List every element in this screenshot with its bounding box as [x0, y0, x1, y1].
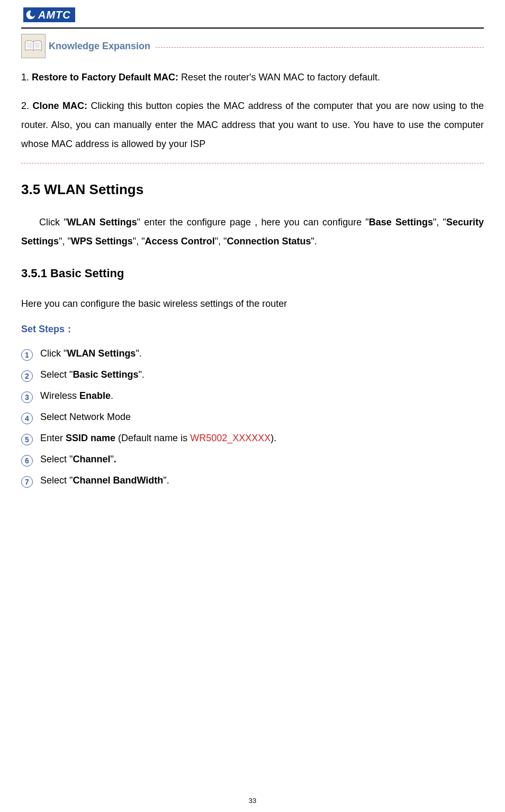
step-6: Select "Channel".	[21, 449, 484, 470]
step-2: Select "Basic Settings".	[21, 364, 484, 385]
ke-item-1-bold: Restore to Factory Default MAC:	[32, 72, 178, 83]
document-page: AMTC Knowledge Expansion 1. Restore to F…	[0, 0, 505, 812]
ke-item-1-rest: Reset the router's WAN MAC to factory de…	[178, 72, 380, 83]
wlan-settings-term: WLAN Settings	[67, 217, 137, 227]
t: ".	[138, 369, 144, 380]
t: Wireless	[40, 390, 79, 401]
t: ", "	[433, 217, 446, 227]
step-4: Select Network Mode	[21, 406, 484, 427]
knowledge-expansion-row: Knowledge Expansion	[21, 34, 484, 58]
step-5: Enter SSID name (Default name is WR5002_…	[21, 427, 484, 449]
ssid-name-term: SSID name	[66, 433, 115, 443]
swirl-icon	[25, 10, 36, 20]
t: ", "	[215, 236, 227, 247]
t: .	[114, 454, 116, 464]
ke-item-2-bold: Clone MAC:	[33, 101, 88, 111]
t: ".	[163, 475, 169, 486]
dashed-divider-full	[21, 163, 484, 163]
dashed-divider	[156, 47, 484, 48]
step-3: Wireless Enable.	[21, 385, 484, 406]
wlan-settings-term: WLAN Settings	[67, 348, 136, 359]
book-icon	[21, 34, 46, 58]
t: (Default name is	[115, 433, 190, 443]
default-ssid-value: WR5002_XXXXXX	[190, 433, 270, 443]
access-control-term: Access Control	[145, 236, 215, 247]
t: Select Network Mode	[40, 406, 131, 427]
t: " enter the configure page , here you ca…	[137, 217, 369, 227]
t: ", "	[133, 236, 145, 247]
section-3-5-intro: Click "WLAN Settings" enter the configur…	[21, 213, 484, 251]
t: ", "	[59, 236, 71, 247]
header-divider	[21, 28, 484, 29]
ke-item-1: 1. Restore to Factory Default MAC: Reset…	[21, 68, 484, 87]
ke-item-2: 2. Clone MAC: Clicking this button copie…	[21, 96, 484, 153]
logo-text: AMTC	[38, 9, 71, 21]
channel-term: Channel	[73, 454, 110, 464]
page-number: 33	[0, 797, 505, 805]
step-7: Select "Channel BandWidth".	[21, 470, 484, 491]
t: ".	[136, 348, 141, 359]
wps-settings-term: WPS Settings	[71, 236, 133, 247]
ke-item-2-rest: Clicking this button copies the MAC addr…	[21, 101, 484, 149]
enable-term: Enable	[79, 390, 111, 401]
channel-bandwidth-term: Channel BandWidth	[73, 475, 163, 486]
ke-item-1-num: 1.	[21, 72, 32, 83]
logo-header: AMTC	[21, 5, 484, 24]
section-3-5-1-intro: Here you can configure the basic wireles…	[21, 294, 484, 313]
ke-item-2-num: 2.	[21, 101, 33, 111]
t: Click "	[40, 348, 67, 359]
t: .	[111, 390, 113, 401]
set-steps-label: Set Steps：	[21, 323, 484, 335]
heading-3-5: 3.5 WLAN Settings	[21, 181, 484, 198]
knowledge-expansion-label: Knowledge Expansion	[49, 41, 150, 52]
steps-list: Click "WLAN Settings". Select "Basic Set…	[21, 343, 484, 491]
t: Select "	[40, 475, 73, 486]
logo-block: AMTC	[23, 7, 75, 22]
t: Enter	[40, 433, 66, 443]
basic-settings-term: Basic Settings	[73, 369, 138, 380]
t: Select "	[40, 369, 73, 380]
step-1: Click "WLAN Settings".	[21, 343, 484, 364]
t: Click "	[39, 217, 67, 227]
t: Select "	[40, 454, 73, 464]
t: ".	[311, 236, 317, 247]
t: ).	[270, 433, 276, 443]
connection-status-term: Connection Status	[227, 236, 311, 247]
base-settings-term: Base Settings	[369, 217, 433, 227]
heading-3-5-1: 3.5.1 Basic Setting	[21, 267, 484, 280]
